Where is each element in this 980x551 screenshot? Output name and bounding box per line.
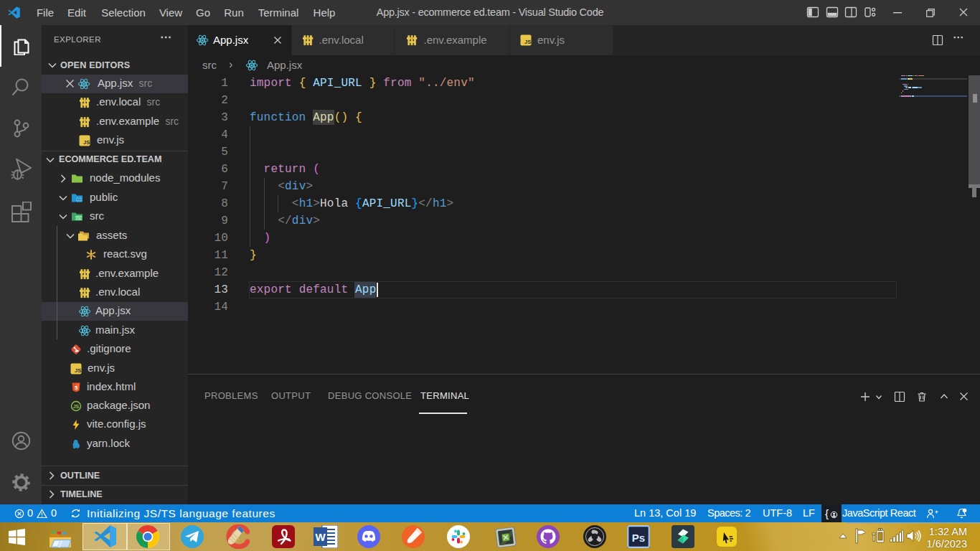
svg-text:</>: </> (75, 216, 83, 221)
svg-text:Ps: Ps (632, 532, 645, 544)
svg-text:5: 5 (75, 385, 77, 391)
svg-text:W: W (315, 531, 326, 543)
svg-text:JS: JS (73, 404, 80, 409)
